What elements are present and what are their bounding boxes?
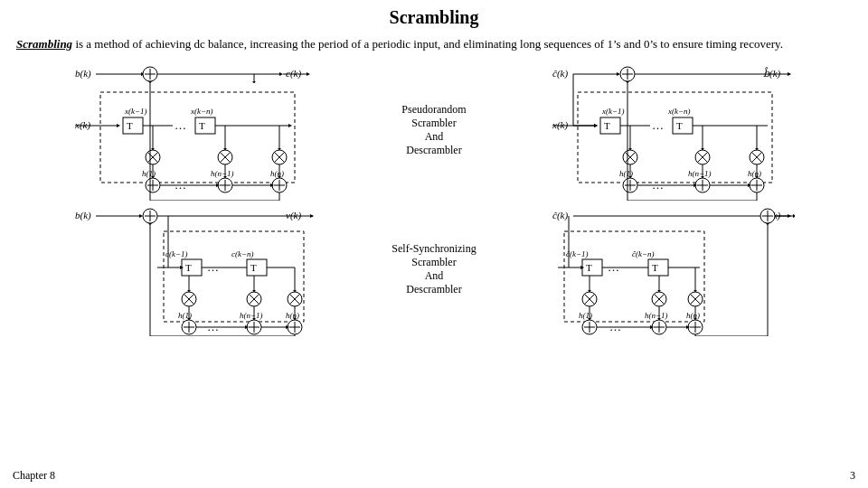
- svg-text:h(n−1): h(n−1): [211, 169, 234, 178]
- description-rest: is a method of achieving dc balance, inc…: [72, 37, 783, 51]
- svg-marker-9: [279, 72, 283, 76]
- svg-marker-144: [310, 214, 314, 218]
- svg-text:T: T: [127, 120, 133, 131]
- svg-text:b(k): b(k): [75, 210, 91, 221]
- pseudorandom-descrambler-diagram: ĉ(k) b̂(k) x(k) T x(k−1): [485, 61, 861, 201]
- svg-text:h(n): h(n): [270, 169, 284, 178]
- svg-text:h(n−1): h(n−1): [240, 311, 263, 320]
- svg-marker-73: [617, 72, 620, 76]
- svg-text:ĉ(k): ĉ(k): [552, 68, 568, 80]
- page-title: Scrambling: [0, 0, 868, 28]
- svg-marker-66: [148, 81, 152, 83]
- svg-text:T: T: [250, 262, 257, 273]
- svg-text:h(n−1): h(n−1): [688, 169, 712, 178]
- svg-text:x(k−n): x(k−n): [190, 107, 213, 116]
- svg-rect-12: [100, 92, 295, 183]
- svg-text:b(k): b(k): [75, 68, 91, 80]
- svg-text:x(k−n): x(k−n): [667, 107, 691, 116]
- svg-marker-139: [139, 214, 143, 218]
- svg-marker-208: [793, 214, 795, 218]
- svg-text:c(k−n): c(k−n): [231, 249, 254, 258]
- footer-page: 3: [850, 469, 855, 483]
- pseudorandom-label: Pseudorandom Scrambler And Descrambler: [389, 61, 479, 201]
- description: Scrambling is a method of achieving dc b…: [0, 35, 868, 53]
- svg-text:T: T: [652, 262, 658, 273]
- self-sync-descrambler-diagram: ĉ(k) b̂(k) ĉ(k−1) T: [485, 202, 861, 336]
- svg-rect-79: [578, 92, 772, 183]
- svg-marker-199: [148, 223, 152, 225]
- svg-text:ĉ(k−1): ĉ(k−1): [566, 249, 589, 258]
- svg-marker-68: [252, 81, 256, 83]
- svg-marker-263: [766, 223, 769, 225]
- svg-text:x(k−1): x(k−1): [601, 107, 625, 116]
- self-sync-scrambler-diagram: b(k) v(k) c(k−1) T: [7, 202, 383, 336]
- svg-text:…: …: [175, 118, 186, 132]
- svg-text:T: T: [586, 262, 592, 273]
- svg-text:c(k−1): c(k−1): [165, 249, 188, 258]
- svg-text:T: T: [199, 120, 205, 131]
- svg-rect-209: [564, 231, 704, 322]
- svg-marker-78: [788, 72, 791, 76]
- svg-text:h(n): h(n): [686, 311, 700, 320]
- svg-rect-145: [164, 231, 304, 322]
- svg-text:h(n): h(n): [748, 169, 761, 178]
- svg-text:T: T: [676, 120, 683, 131]
- svg-text:ĉ(k): ĉ(k): [552, 210, 568, 221]
- svg-marker-132: [626, 81, 629, 83]
- svg-text:h(n−1): h(n−1): [645, 311, 668, 320]
- svg-text:…: …: [652, 118, 664, 132]
- svg-text:ĉ(k−n): ĉ(k−n): [632, 249, 655, 258]
- svg-text:T: T: [185, 262, 192, 273]
- svg-text:x(k−1): x(k−1): [124, 107, 147, 116]
- footer-chapter: Chapter 8: [13, 469, 55, 483]
- scrambling-term: Scrambling: [16, 37, 72, 51]
- svg-text:T: T: [604, 120, 610, 131]
- pseudorandom-scrambler-diagram: b(k) x(k) c(k) T: [7, 61, 383, 201]
- selfsync-label: Self-Synchronizing Scrambler And Descram…: [389, 202, 479, 336]
- svg-text:b̂(k): b̂(k): [763, 66, 781, 79]
- svg-marker-11: [307, 72, 310, 76]
- svg-text:h(n): h(n): [286, 311, 299, 320]
